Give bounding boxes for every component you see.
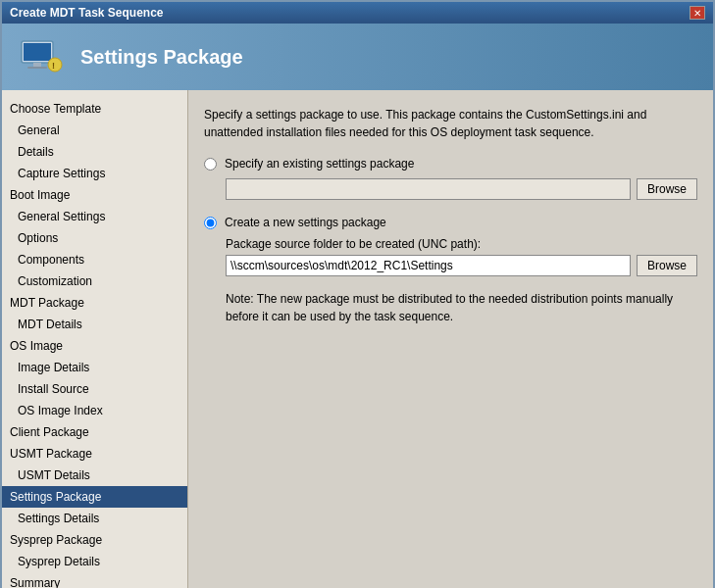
sidebar-item-client-package[interactable]: Client Package: [2, 421, 187, 443]
sidebar-item-os-image[interactable]: OS Image: [2, 335, 187, 357]
sidebar-item-components[interactable]: Components: [2, 249, 187, 270]
sidebar-item-sysprep-package[interactable]: Sysprep Package: [2, 529, 187, 551]
window-title: Create MDT Task Sequence: [10, 6, 164, 20]
header-title: Settings Package: [80, 46, 243, 69]
new-browse-button[interactable]: Browse: [637, 255, 697, 276]
sidebar-item-options[interactable]: Options: [2, 227, 187, 249]
sidebar-item-install-source[interactable]: Install Source: [2, 378, 187, 400]
new-package-option[interactable]: Create a new settings package: [204, 216, 697, 229]
svg-rect-2: [33, 63, 41, 67]
existing-browse-button[interactable]: Browse: [637, 178, 697, 200]
wizard-icon: !: [18, 33, 65, 80]
existing-radio[interactable]: [204, 158, 217, 171]
sidebar-item-usmt-details[interactable]: USMT Details: [2, 465, 187, 486]
sidebar-item-settings-details[interactable]: Settings Details: [2, 508, 187, 529]
new-input-row: Browse: [226, 255, 697, 276]
package-source-label: Package source folder to be created (UNC…: [226, 237, 697, 251]
main-window: Create MDT Task Sequence ✕ ! Settings Pa…: [0, 0, 715, 588]
note-text: Note: The new package must be distribute…: [226, 290, 697, 325]
new-radio[interactable]: [204, 217, 217, 229]
right-panel: Specify a settings package to use. This …: [188, 90, 713, 588]
package-source-input[interactable]: [226, 255, 631, 276]
sidebar-item-general-settings[interactable]: General Settings: [2, 206, 187, 227]
existing-input-row: Browse: [226, 178, 697, 200]
sidebar-item-general[interactable]: General: [2, 120, 187, 141]
title-bar: Create MDT Task Sequence ✕: [2, 2, 713, 24]
sidebar-item-mdt-details[interactable]: MDT Details: [2, 314, 187, 335]
existing-radio-label: Specify an existing settings package: [225, 157, 414, 171]
close-button[interactable]: ✕: [689, 6, 705, 20]
sidebar-item-boot-image[interactable]: Boot Image: [2, 184, 187, 206]
sidebar-item-usmt-package[interactable]: USMT Package: [2, 443, 187, 465]
existing-package-input[interactable]: [226, 178, 631, 200]
content-area: ! Settings Package Choose Template Gener…: [2, 24, 713, 588]
sidebar-item-os-image-index[interactable]: OS Image Index: [2, 400, 187, 421]
new-radio-label: Create a new settings package: [225, 216, 386, 229]
existing-package-option[interactable]: Specify an existing settings package: [204, 157, 697, 171]
main-body: Choose Template General Details Capture …: [2, 90, 713, 588]
header-banner: ! Settings Package: [2, 24, 713, 90]
svg-text:!: !: [52, 61, 55, 71]
sidebar-item-summary[interactable]: Summary: [2, 572, 187, 588]
sidebar-item-capture-settings[interactable]: Capture Settings: [2, 163, 187, 184]
sidebar-item-choose-template[interactable]: Choose Template: [2, 98, 187, 120]
sidebar: Choose Template General Details Capture …: [2, 90, 188, 588]
svg-rect-3: [27, 67, 47, 69]
sidebar-item-settings-package[interactable]: Settings Package: [2, 486, 187, 508]
description-text: Specify a settings package to use. This …: [204, 106, 697, 141]
sidebar-item-mdt-package[interactable]: MDT Package: [2, 292, 187, 314]
sidebar-item-sysprep-details[interactable]: Sysprep Details: [2, 551, 187, 572]
sidebar-item-customization[interactable]: Customization: [2, 270, 187, 292]
svg-point-4: [48, 58, 62, 72]
svg-rect-1: [24, 43, 51, 61]
sidebar-item-image-details[interactable]: Image Details: [2, 357, 187, 378]
sidebar-item-details[interactable]: Details: [2, 141, 187, 163]
